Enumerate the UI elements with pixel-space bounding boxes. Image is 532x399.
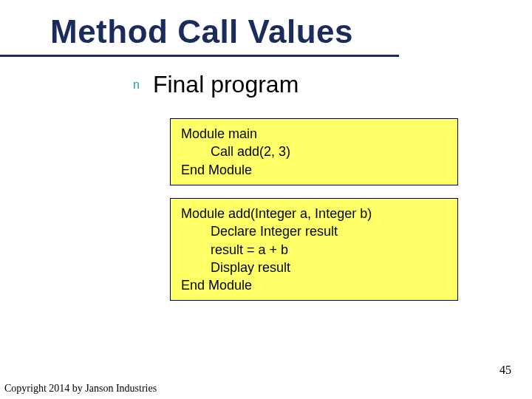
- code-block-add: Module add(Integer a, Integer b) Declare…: [170, 198, 458, 301]
- bullet-text: Final program: [153, 71, 299, 98]
- page-number: 45: [499, 364, 511, 377]
- copyright-text: Copyright 2014 by Janson Industries: [4, 383, 157, 395]
- bullet-marker-icon: n: [133, 78, 140, 92]
- code-block-main: Module main Call add(2, 3) End Module: [170, 118, 458, 185]
- slide-title: Method Call Values: [50, 13, 353, 50]
- slide: Method Call Values n Final program Modul…: [0, 0, 532, 399]
- title-underline: [0, 55, 399, 57]
- bullet-item: n Final program: [133, 71, 299, 98]
